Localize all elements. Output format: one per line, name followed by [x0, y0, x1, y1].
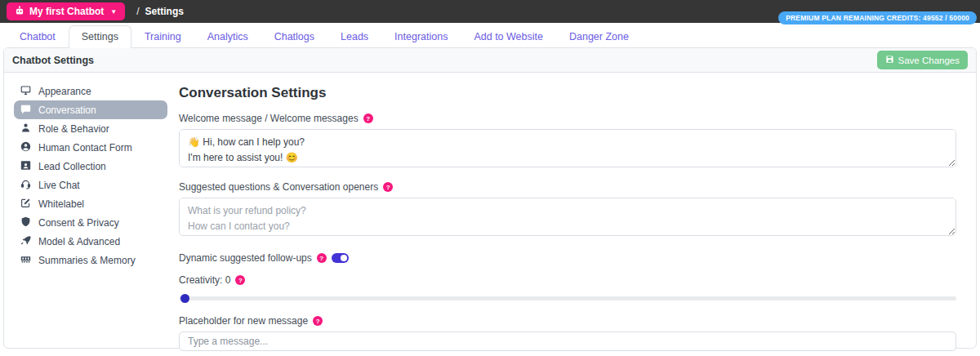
suggested-questions-textarea[interactable]: [179, 198, 956, 236]
settings-sidebar: Appearance Conversation Role & Behavior …: [4, 80, 172, 356]
shield-icon: [20, 216, 31, 229]
contact-card-icon: [20, 160, 31, 173]
dynamic-followups-toggle[interactable]: [332, 253, 349, 263]
sidebar-item-lead-collection[interactable]: Lead Collection: [14, 157, 167, 176]
tab-add-to-website[interactable]: Add to Website: [461, 25, 556, 47]
slider-thumb[interactable]: [180, 294, 189, 303]
breadcrumb: / Settings: [136, 6, 184, 17]
memory-chip-icon: [20, 254, 31, 267]
card-title: Chatbot Settings: [12, 55, 94, 66]
sidebar-item-label: Role & Behavior: [38, 123, 109, 135]
creativity-label-row: Creativity: 0 ?: [179, 274, 956, 286]
tab-analytics[interactable]: Analytics: [194, 25, 261, 47]
creativity-slider[interactable]: [179, 294, 956, 303]
sidebar-item-summaries-memory[interactable]: Summaries & Memory: [14, 251, 167, 269]
monitor-icon: [20, 85, 31, 98]
chatbot-selector-button[interactable]: My first Chatbot ▼: [7, 2, 125, 20]
chevron-down-icon: ▼: [110, 8, 117, 16]
tab-training[interactable]: Training: [131, 25, 194, 47]
info-icon[interactable]: ?: [235, 275, 245, 285]
sidebar-item-consent-privacy[interactable]: Consent & Privacy: [14, 213, 167, 232]
sidebar-item-label: Conversation: [38, 105, 96, 116]
info-icon[interactable]: ?: [363, 113, 373, 123]
breadcrumb-separator: /: [136, 6, 139, 17]
suggested-questions-label: Suggested questions & Conversation opene…: [179, 181, 378, 193]
welcome-message-textarea[interactable]: 👋 Hi, how can I help you? I'm here to as…: [179, 129, 956, 167]
info-icon[interactable]: ?: [383, 182, 393, 192]
sidebar-item-role-behavior[interactable]: Role & Behavior: [14, 119, 167, 138]
info-icon[interactable]: ?: [317, 253, 327, 263]
tab-leads[interactable]: Leads: [327, 25, 381, 47]
chatbot-icon: [15, 6, 24, 18]
creativity-label: Creativity: 0: [179, 274, 230, 286]
save-icon: [885, 55, 894, 65]
info-icon[interactable]: ?: [313, 316, 323, 326]
person-icon: [20, 122, 31, 136]
sidebar-item-label: Consent & Privacy: [38, 217, 119, 229]
sidebar-item-human-contact-form[interactable]: Human Contact Form: [14, 138, 167, 157]
sidebar-item-label: Model & Advanced: [38, 236, 120, 247]
sidebar-item-label: Whitelabel: [38, 198, 84, 210]
suggested-questions-label-row: Suggested questions & Conversation opene…: [179, 181, 956, 193]
sidebar-item-label: Lead Collection: [38, 161, 106, 172]
person-circle-icon: [20, 141, 31, 154]
sidebar-item-model-advanced[interactable]: Model & Advanced: [14, 232, 167, 251]
tab-chatbot[interactable]: Chatbot: [7, 25, 69, 47]
rocket-icon: [20, 235, 31, 248]
placeholder-label-row: Placeholder for new message ?: [179, 315, 956, 327]
headset-icon: [20, 179, 31, 192]
sidebar-item-conversation[interactable]: Conversation: [14, 100, 167, 119]
dynamic-followups-row: Dynamic suggested follow-ups ?: [179, 252, 956, 264]
sidebar-item-whitelabel[interactable]: Whitelabel: [14, 194, 167, 213]
breadcrumb-current: Settings: [145, 6, 184, 17]
welcome-message-label-row: Welcome message / Welcome messages ?: [179, 113, 956, 124]
tab-settings[interactable]: Settings: [69, 25, 131, 48]
placeholder-label: Placeholder for new message: [179, 315, 308, 327]
placeholder-input[interactable]: [179, 332, 956, 351]
sidebar-item-label: Human Contact Form: [38, 142, 132, 154]
tab-bar: Chatbot Settings Training Analytics Chat…: [0, 23, 980, 47]
card-header: Chatbot Settings Save Changes: [4, 48, 976, 73]
settings-card: Chatbot Settings Save Changes Appearance…: [3, 47, 977, 349]
tab-chatlogs[interactable]: Chatlogs: [261, 25, 327, 47]
welcome-message-label: Welcome message / Welcome messages: [179, 113, 359, 124]
slider-track[interactable]: [179, 296, 956, 300]
save-changes-button[interactable]: Save Changes: [877, 51, 968, 69]
sidebar-item-label: Appearance: [38, 86, 91, 97]
sidebar-item-appearance[interactable]: Appearance: [14, 82, 167, 100]
save-changes-label: Save Changes: [898, 56, 960, 65]
conversation-settings-panel: Conversation Settings Welcome message / …: [172, 80, 976, 356]
page-title: Conversation Settings: [179, 85, 956, 101]
credits-badge: PREMIUM PLAN REMAINING CREDITS: 49552 / …: [778, 11, 977, 24]
topbar: My first Chatbot ▼ / Settings PREMIUM PL…: [0, 0, 980, 23]
card-body: Appearance Conversation Role & Behavior …: [4, 73, 976, 356]
sidebar-item-live-chat[interactable]: Live Chat: [14, 176, 167, 194]
sidebar-item-label: Live Chat: [38, 180, 80, 191]
chat-bubble-icon: [20, 104, 31, 117]
edit-icon: [20, 198, 31, 211]
tab-danger-zone[interactable]: Danger Zone: [556, 25, 642, 47]
sidebar-item-label: Summaries & Memory: [38, 255, 136, 266]
dynamic-followups-label: Dynamic suggested follow-ups: [179, 252, 312, 264]
chatbot-selector-label: My first Chatbot: [29, 6, 104, 17]
tab-integrations[interactable]: Integrations: [381, 25, 461, 47]
